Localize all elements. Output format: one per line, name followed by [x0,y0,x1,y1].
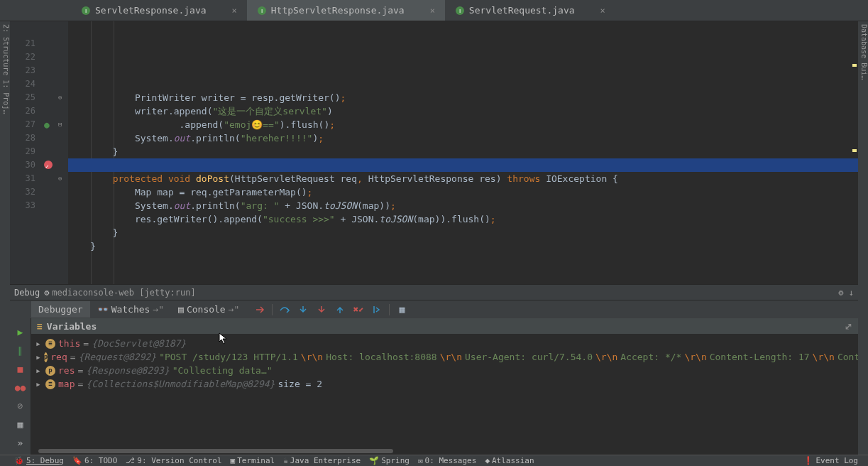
tab-debugger[interactable]: Debugger [31,301,90,318]
breakpoint-gutter[interactable]: ● [41,21,58,284]
svg-text:I: I [261,8,263,14]
status-item[interactable]: ▣Terminal [231,456,275,465]
run-to-cursor-button[interactable] [370,303,383,316]
status-item[interactable]: ◆Atlassian [485,456,534,465]
close-icon[interactable]: × [600,6,605,16]
expand-arrow-icon[interactable]: ▸ [35,337,43,350]
expand-arrow-icon[interactable]: ▸ [35,364,43,377]
status-item[interactable]: ☕Java Enterprise [283,456,361,465]
drop-frame-button[interactable]: ✖⬋ [352,303,365,316]
resume-button[interactable]: ▶ [14,325,27,338]
tab-label: ServletResponse.java [95,5,207,16]
fold-gutter[interactable]: ⊖⊟⊖ [58,21,68,284]
status-bar: 🐞5: Debug🔖6: TODO⎇9: Version Control▣Ter… [0,455,868,466]
variable-row[interactable]: ▸p res = {Response@8293} "Collecting dat… [31,364,858,377]
expand-arrow-icon[interactable]: ▸ [35,377,43,391]
tab-label: ServletRequest.java [469,5,575,16]
tab-watches[interactable]: 👓Watches→" [90,301,171,318]
step-out-button[interactable] [334,303,346,316]
java-interface-icon: I [81,6,91,16]
override-icon[interactable]: ● [44,118,50,131]
tab-label: HttpServletResponse.java [271,5,405,16]
run-config-name: mediaconsole-web [jetty:run] [52,288,195,298]
event-log-button[interactable]: ❗Event Log [803,456,858,465]
status-item[interactable]: 🐞5: Debug [14,456,64,465]
mouse-cursor-icon [219,332,229,345]
debug-label: Debug [14,288,40,298]
breakpoint-icon[interactable] [44,161,53,169]
right-tool-strip[interactable]: Database Bui… [858,21,868,455]
force-step-into-button[interactable] [315,303,328,316]
view-breakpoints-button[interactable]: ●● [14,381,27,394]
code-area[interactable]: PrintWriter writer = resp.getWriter(); w… [68,21,858,284]
expand-icon[interactable]: ⤢ [845,321,852,332]
variables-panel: ≡ Variables ⤢ ▸≡ this = {DocServlet@8187… [31,318,858,455]
step-into-button[interactable] [297,303,309,316]
tab-servletresponse[interactable]: I ServletResponse.java × [71,0,247,21]
debug-toolbar: Debugger 👓Watches→" ▤Console→" ✖⬋ ▦ [10,300,858,318]
status-item[interactable]: 🌱Spring [369,456,410,465]
variable-row[interactable]: ▸p req = {Request@8292} "POST /study/123… [31,350,858,364]
variable-row[interactable]: ▸≡ this = {DocServlet@8187} [31,337,858,350]
step-over-button[interactable] [278,303,291,316]
variable-row[interactable]: ▸≡ map = {Collections$UnmodifiableMap@82… [31,377,858,391]
expand-arrow-icon[interactable]: ▸ [35,350,41,364]
svg-text:I: I [459,8,461,14]
line-number-gutter: 21222324252627282930313233 [10,21,41,284]
java-interface-icon: I [455,6,465,16]
status-item[interactable]: 🔖6: TODO [72,456,117,465]
status-item[interactable]: ⎇9: Version Control [126,456,221,465]
left-tool-strip[interactable]: 2: Structure 1: Proj… [0,21,10,455]
stop-button[interactable]: ■ [14,362,27,375]
settings-icon[interactable]: ⚙ ↓ [838,288,854,298]
tab-servletrequest[interactable]: I ServletRequest.java × [445,0,615,21]
tab-console[interactable]: ▤Console→" [171,301,246,318]
more-button[interactable]: » [14,436,27,449]
debug-header: Debug ⚙ mediaconsole-web [jetty:run] ⚙ ↓ [10,284,858,300]
show-execution-point-button[interactable] [253,303,266,316]
horizontal-scrollbar[interactable] [31,448,858,455]
editor-tabs: I ServletResponse.java × I HttpServletRe… [0,0,868,21]
java-interface-icon: I [257,6,267,16]
code-editor[interactable]: 21222324252627282930313233 ● ⊖⊟⊖ PrintWr… [10,21,858,284]
close-icon[interactable]: × [232,6,237,16]
tab-httpservletresponse[interactable]: I HttpServletResponse.java × [247,0,445,21]
variables-tree[interactable]: ▸≡ this = {DocServlet@8187}▸p req = {Req… [31,334,858,394]
layout-button[interactable]: ▦ [14,418,27,430]
variables-header: ≡ Variables ⤢ [31,318,858,334]
evaluate-expression-button[interactable]: ▦ [395,303,408,316]
mute-breakpoints-button[interactable]: ⊘ [14,399,27,412]
pause-button[interactable]: ∥ [14,344,27,357]
svg-text:I: I [85,8,87,14]
close-icon[interactable]: × [430,6,435,16]
debug-session-controls: ↻ ▶ ∥ ■ ●● ⊘ ▦ » [10,300,31,455]
status-item[interactable]: ✉0: Messages [418,456,476,465]
minimap[interactable] [851,21,857,284]
